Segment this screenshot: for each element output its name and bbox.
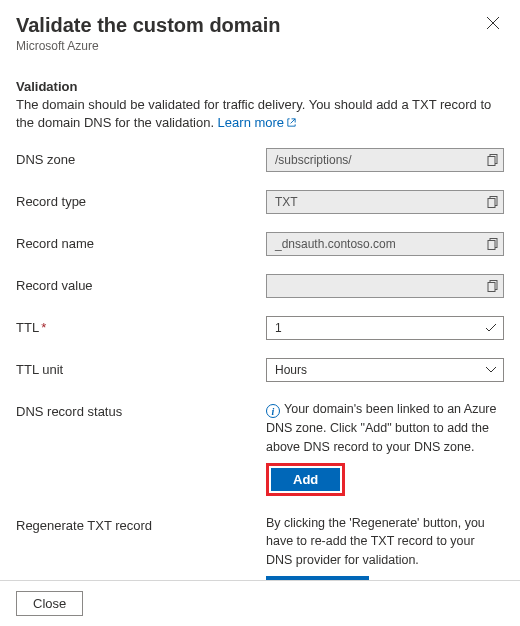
- validate-domain-panel: Validate the custom domain Microsoft Azu…: [0, 0, 520, 626]
- panel-subtitle: Microsoft Azure: [16, 39, 281, 53]
- info-icon: i: [266, 404, 280, 418]
- record-value-field: [266, 274, 504, 298]
- add-button[interactable]: Add: [271, 468, 340, 491]
- close-button[interactable]: Close: [16, 591, 83, 616]
- record-type-label: Record type: [16, 190, 266, 209]
- check-icon: [485, 323, 497, 333]
- external-link-icon: [286, 117, 297, 128]
- add-button-highlight: Add: [266, 463, 345, 496]
- ttl-input[interactable]: 1: [266, 316, 504, 340]
- svg-rect-1: [488, 157, 495, 166]
- ttl-unit-label: TTL unit: [16, 358, 266, 377]
- record-type-field: TXT: [266, 190, 504, 214]
- close-icon[interactable]: [482, 14, 504, 32]
- ttl-unit-select[interactable]: Hours: [266, 358, 504, 382]
- copy-icon[interactable]: [487, 196, 499, 209]
- record-name-field: _dnsauth.contoso.com: [266, 232, 504, 256]
- dns-zone-field: /subscriptions/: [266, 148, 504, 172]
- required-asterisk: *: [41, 320, 46, 335]
- panel-footer: Close: [0, 580, 520, 626]
- learn-more-link[interactable]: Learn more: [218, 115, 284, 130]
- svg-rect-5: [488, 241, 495, 250]
- svg-rect-7: [488, 283, 495, 292]
- chevron-down-icon: [485, 366, 497, 374]
- copy-icon[interactable]: [487, 154, 499, 167]
- validation-description: The domain should be validated for traff…: [16, 96, 504, 132]
- svg-rect-3: [488, 199, 495, 208]
- copy-icon[interactable]: [487, 280, 499, 293]
- ttl-label: TTL*: [16, 316, 266, 335]
- dns-record-status-label: DNS record status: [16, 400, 266, 419]
- record-name-label: Record name: [16, 232, 266, 251]
- validation-heading: Validation: [16, 79, 504, 94]
- copy-icon[interactable]: [487, 238, 499, 251]
- record-value-label: Record value: [16, 274, 266, 293]
- dns-zone-label: DNS zone: [16, 148, 266, 167]
- dns-record-status-text: iYour domain's been linked to an Azure D…: [266, 400, 504, 456]
- regenerate-label: Regenerate TXT record: [16, 514, 266, 533]
- panel-title: Validate the custom domain: [16, 14, 281, 37]
- regenerate-text: By clicking the 'Regenerate' button, you…: [266, 514, 504, 570]
